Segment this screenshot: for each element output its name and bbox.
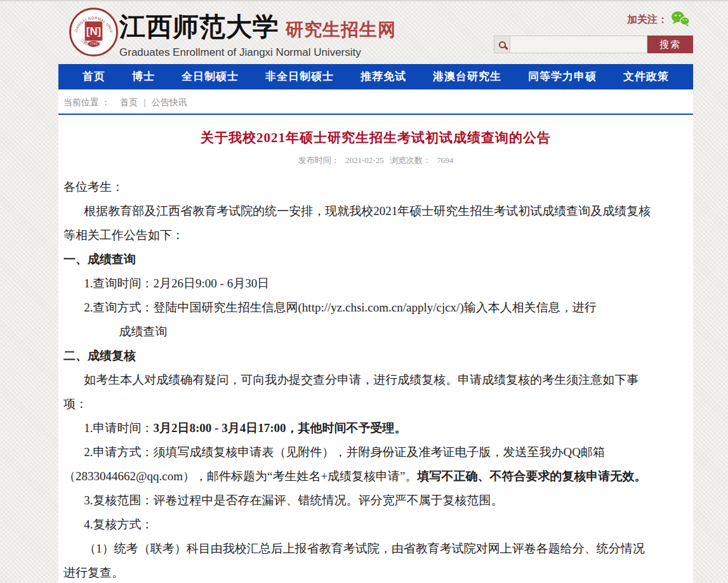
article-paragraph: 根据教育部及江西省教育考试院的统一安排，现就我校2021年硕士研究生招生考试初试… [63, 199, 688, 223]
nav-item-doctor[interactable]: 博士 [132, 64, 155, 89]
university-seal-logo[interactable]: JIANGXI NORMAL UNIVERSITY [N] 1940 江西师范大… [69, 7, 119, 57]
breadcrumb: 当前位置 ： 首页 | 公告快讯 [58, 89, 693, 115]
page-container: JIANGXI NORMAL UNIVERSITY [N] 1940 江西师范大… [58, 1, 693, 583]
article-paragraph: 2.申请方式：须填写成绩复核申请表（见附件），并附身份证及准考证电子版，发送至我… [63, 440, 688, 464]
site-title-suffix: 研究生招生网 [286, 18, 396, 42]
search-input[interactable] [510, 36, 647, 53]
article-title: 关于我校2021年硕士研究生招生考试初试成绩查询的公告 [63, 129, 688, 147]
main-content-area: 当前位置 ： 首页 | 公告快讯 关于我校2021年硕士研究生招生考试初试成绩查… [58, 89, 693, 583]
search-button[interactable]: 搜索 [647, 36, 693, 53]
follow-label: 加关注： [627, 13, 668, 27]
search-bar: 搜索 [494, 36, 693, 53]
article-paragraph: 各位考生： [63, 175, 688, 199]
article-paragraph: （1）统考（联考）科目由我校汇总后上报省教育考试院，由省教育考试院对网上评卷各题… [63, 537, 688, 561]
article-paragraph: 3.复核范围：评卷过程中是否存在漏评、错统情况。评分宽严不属于复核范围。 [63, 488, 688, 513]
nav-item-home[interactable]: 首页 [83, 64, 105, 89]
article-paragraph: 项： [63, 392, 688, 416]
article-paragraph: 等相关工作公告如下： [63, 223, 688, 247]
nav-item-recommend-exempt[interactable]: 推荐免试 [361, 64, 406, 89]
nav-item-fulltime-master[interactable]: 全日制硕士 [182, 64, 239, 89]
article-paragraph: 1.查询时间：2月26日9:00 - 6月30日 [63, 272, 688, 296]
article-paragraph: （2833044662@qq.com），邮件标题为“考生姓名+成绩复核申请”。填… [63, 464, 688, 488]
svg-text:[N]: [N] [86, 25, 101, 37]
article-section-heading: 一、成绩查询 [63, 247, 688, 272]
site-title-block: 江西师范大学 研究生招生网 Graduates Enrollment of Ji… [119, 10, 396, 59]
site-title-cn: 江西师范大学 [119, 10, 279, 44]
article-section-heading: 二、成绩复核 [63, 344, 688, 368]
breadcrumb-prefix: 当前位置 ： [63, 98, 110, 107]
search-icon [494, 36, 510, 53]
article-meta: 发布时间： 2021-02-25 浏览次数： 7694 [63, 155, 688, 166]
site-header: JIANGXI NORMAL UNIVERSITY [N] 1940 江西师范大… [58, 1, 693, 63]
site-title-en: Graduates Enrollment of Jiangxi Normal U… [119, 46, 396, 59]
article-paragraph: 4.复核方式： [63, 513, 688, 537]
article: 关于我校2021年硕士研究生招生考试初试成绩查询的公告 发布时间： 2021-0… [58, 115, 693, 583]
publish-label: 发布时间： [298, 155, 340, 165]
views-count: 7694 [437, 155, 453, 165]
wechat-icon[interactable] [671, 11, 690, 29]
main-nav: 首页博士全日制硕士非全日制硕士推荐免试港澳台研究生同等学力申硕文件政策 [58, 64, 693, 89]
article-paragraph: 如考生本人对成绩确有疑问，可向我办提交查分申请，进行成绩复核。申请成绩复核的考生… [63, 368, 688, 392]
breadcrumb-home-link[interactable]: 首页 [120, 98, 138, 107]
nav-item-equivalent-degree[interactable]: 同等学力申硕 [528, 64, 597, 89]
seal-icon: JIANGXI NORMAL UNIVERSITY [N] 1940 江西师范大… [69, 7, 119, 57]
article-paragraph: 进行复查。 [63, 561, 688, 583]
follow-us: 加关注： [627, 11, 690, 29]
article-paragraph: 成绩查询 [63, 320, 688, 344]
breadcrumb-separator: | [144, 98, 146, 107]
views-label: 浏览次数： [390, 155, 431, 165]
nav-item-parttime-master[interactable]: 非全日制硕士 [265, 64, 334, 89]
article-paragraph: 2.查询方式：登陆中国研究生招生信息网(http://yz.chsi.com.c… [63, 296, 688, 320]
breadcrumb-section-link[interactable]: 公告快讯 [152, 98, 187, 107]
nav-item-hk-mo-tw[interactable]: 港澳台研究生 [433, 64, 501, 89]
article-paragraph: 1.申请时间：3月2日8:00 - 3月4日17:00，其他时间不予受理。 [63, 416, 688, 440]
publish-date: 2021-02-25 [345, 155, 384, 165]
nav-item-policy-docs[interactable]: 文件政策 [623, 64, 669, 89]
article-body: 各位考生：根据教育部及江西省教育考试院的统一安排，现就我校2021年硕士研究生招… [63, 175, 688, 583]
